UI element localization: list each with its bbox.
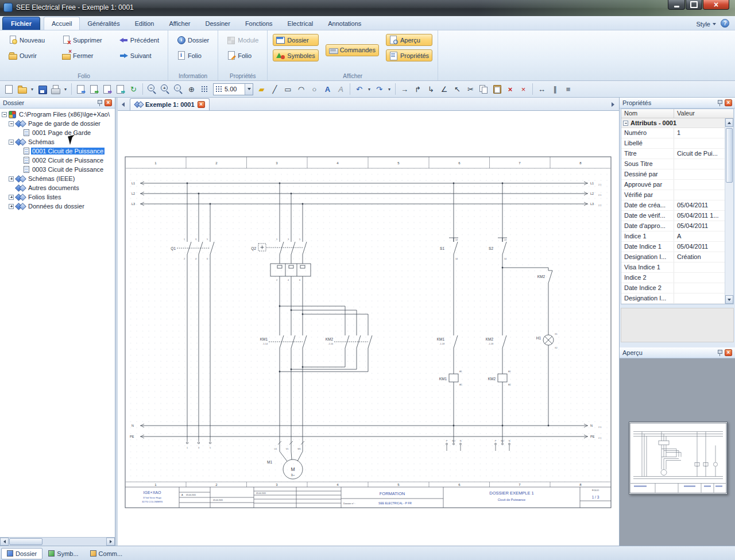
schematic-sheet[interactable]: 12345678 12345678: [124, 156, 612, 509]
zoom-in-icon[interactable]: +: [159, 83, 171, 95]
toolbar-options-icon[interactable]: ≡: [562, 83, 574, 95]
chevron-down-icon[interactable]: [245, 84, 253, 95]
folio-tab[interactable]: Exemple 1: 0001: [130, 98, 210, 110]
zoom-out-icon[interactable]: −: [146, 83, 158, 95]
ortho-icon[interactable]: ∥: [549, 83, 561, 95]
show-commands-button[interactable]: Commandes: [326, 44, 379, 56]
cut-icon[interactable]: ✂: [465, 83, 477, 95]
scroll-right-button[interactable]: [106, 538, 115, 546]
tab-electrical[interactable]: Electrical: [280, 17, 321, 30]
text-edit-icon[interactable]: A: [335, 83, 347, 95]
collapse-icon[interactable]: [9, 121, 14, 126]
show-dossier-button[interactable]: Dossier: [273, 34, 318, 46]
wire-branch-icon[interactable]: ↳: [425, 83, 437, 95]
tree-horizontal-scrollbar[interactable]: [0, 537, 115, 546]
export-folio-icon[interactable]: [75, 83, 87, 95]
arc-icon[interactable]: ◠: [295, 83, 307, 95]
information-folio-button[interactable]: Folio: [173, 49, 212, 61]
text-icon[interactable]: A: [322, 83, 334, 95]
scrollbar-thumb[interactable]: [726, 128, 733, 183]
property-row[interactable]: Numéro 1: [621, 128, 725, 138]
file-menu-button[interactable]: Fichier: [2, 17, 40, 30]
expand-icon[interactable]: [9, 195, 14, 200]
new-folio-button[interactable]: Nouveau: [5, 34, 48, 46]
copy-icon[interactable]: [478, 83, 490, 95]
pin-icon[interactable]: [717, 99, 723, 106]
wire-corner-icon[interactable]: ↱: [412, 83, 424, 95]
property-row[interactable]: Date Indice 1 05/04/2011: [621, 242, 725, 252]
zoom-window-icon[interactable]: ▫: [172, 83, 184, 95]
new-file-icon[interactable]: [3, 83, 15, 95]
property-row[interactable]: Libellé: [621, 138, 725, 149]
preview-thumbnail[interactable]: [629, 422, 728, 495]
tree-item-0002-circuit-puissance[interactable]: 0002 Cicuit de Puissance: [0, 156, 115, 165]
property-row[interactable]: Visa Indice 1: [621, 262, 725, 273]
collapse-icon[interactable]: [9, 140, 14, 145]
open-menu-icon[interactable]: ▾: [29, 83, 35, 95]
property-row[interactable]: Approuvé par: [621, 180, 725, 190]
select-icon[interactable]: ↖: [451, 83, 463, 95]
tabs-scroll-left-button[interactable]: [119, 99, 127, 110]
property-row[interactable]: Designation I...: [621, 293, 725, 304]
tree-item-autres-documents[interactable]: Autres documents: [0, 183, 115, 192]
wire-icon[interactable]: →: [399, 83, 411, 95]
close-folio-button[interactable]: Fermer: [59, 49, 96, 61]
show-properties-button[interactable]: Propriétés: [386, 49, 432, 61]
scrollbar-thumb[interactable]: [9, 538, 42, 545]
tree-item-schemas[interactable]: Schémas: [0, 137, 115, 146]
close-preview-panel-button[interactable]: [725, 349, 732, 356]
close-folio-tab-button[interactable]: [198, 101, 205, 108]
minimize-button[interactable]: [668, 0, 685, 10]
expand-icon[interactable]: [9, 176, 14, 181]
tree-item-project-root[interactable]: C:\Program Files (x86)\Ige+Xao\: [0, 110, 115, 119]
save-icon[interactable]: [36, 83, 48, 95]
line-icon[interactable]: ╱: [269, 83, 281, 95]
previous-folio-icon[interactable]: [101, 83, 113, 95]
close-dossier-panel-button[interactable]: [105, 99, 112, 106]
print-menu-icon[interactable]: ▾: [63, 83, 68, 95]
undo-icon[interactable]: ↶: [353, 83, 365, 95]
scroll-up-button[interactable]: [725, 118, 733, 127]
style-select[interactable]: Style: [697, 21, 718, 30]
grid-step-select[interactable]: 5.00: [213, 83, 253, 95]
property-row[interactable]: Date Indice 2: [621, 283, 725, 293]
tree-item-schemas-ieee[interactable]: Schémas (IEEE): [0, 174, 115, 183]
property-row[interactable]: Indice 1 A: [621, 231, 725, 242]
next-folio-button[interactable]: Suivant: [116, 49, 155, 61]
previous-folio-button[interactable]: Précédent: [116, 34, 163, 46]
grid-icon[interactable]: [199, 83, 211, 95]
close-button[interactable]: [703, 0, 729, 10]
open-folio-button[interactable]: Ouvrir: [5, 49, 40, 61]
close-properties-panel-button[interactable]: [725, 99, 732, 106]
tree-item-donnees-dossier[interactable]: Données du dossier: [0, 202, 115, 211]
tab-accueil[interactable]: Accueil: [44, 17, 80, 30]
property-row[interactable]: Indice 2: [621, 273, 725, 283]
information-dossier-button[interactable]: Dossier: [173, 34, 212, 46]
copy-folio-icon[interactable]: [88, 83, 100, 95]
refresh-icon[interactable]: ↻: [127, 83, 140, 95]
tree-item-0001-circuit-puissance[interactable]: 0001 Cicuit de Puissance: [0, 146, 115, 156]
expand-icon[interactable]: [9, 204, 14, 209]
tab-annotations[interactable]: Annotations: [320, 17, 369, 30]
tree-item-page-de-garde[interactable]: Page de garde de dossier: [0, 119, 115, 128]
measure-icon[interactable]: ↔: [536, 83, 548, 95]
pin-icon[interactable]: [717, 349, 723, 356]
property-row[interactable]: Date de créa... 05/04/2011: [621, 200, 725, 211]
collapse-icon[interactable]: [623, 121, 628, 126]
drawing-area[interactable]: 12345678 12345678: [118, 111, 619, 546]
show-preview-button[interactable]: Aperçu: [386, 34, 432, 46]
redo-menu-icon[interactable]: ▾: [386, 83, 392, 95]
rectangle-icon[interactable]: ▭: [282, 83, 294, 95]
redo-icon[interactable]: ↷: [373, 83, 385, 95]
help-icon[interactable]: [721, 19, 729, 28]
ellipse-icon[interactable]: ○: [308, 83, 320, 95]
property-row[interactable]: Titre Cicuit de Pui...: [621, 149, 725, 159]
line-style-icon[interactable]: ▰: [256, 83, 268, 95]
open-file-icon[interactable]: [16, 83, 28, 95]
property-row[interactable]: Designation I... Création: [621, 252, 725, 262]
paste-icon[interactable]: [491, 83, 503, 95]
wire-angle-icon[interactable]: ∠: [438, 83, 450, 95]
tab-fonctions[interactable]: Fonctions: [238, 17, 280, 30]
scroll-down-button[interactable]: [725, 295, 733, 304]
properties-vertical-scrollbar[interactable]: [725, 118, 733, 304]
